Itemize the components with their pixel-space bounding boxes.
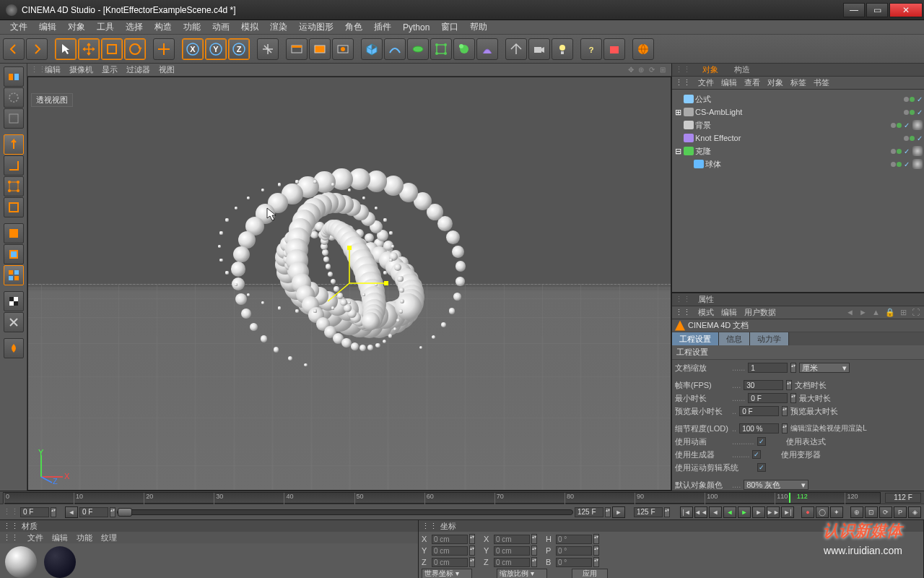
prev-key-button[interactable]: ◄◄ xyxy=(694,506,707,518)
menu-9[interactable]: 渲染 xyxy=(264,21,293,33)
y-axis-toggle[interactable]: Y xyxy=(205,38,227,60)
key-pos-button[interactable]: ⊕ xyxy=(850,506,863,518)
key-rot-button[interactable]: ⟳ xyxy=(879,506,892,518)
prev-frame-button[interactable]: ◄ xyxy=(709,506,722,518)
redo-button[interactable] xyxy=(26,38,48,60)
perspective-viewport[interactable]: 透视视图 X xyxy=(27,77,671,491)
menu-15[interactable]: 帮助 xyxy=(464,21,493,33)
goto-end-button[interactable]: ►| xyxy=(781,506,794,518)
edge-mode-button[interactable] xyxy=(4,197,24,217)
range-end-button[interactable]: ► xyxy=(612,506,625,518)
obj-menu-file[interactable]: 文件 xyxy=(698,77,714,88)
coord-system-button[interactable] xyxy=(257,38,279,60)
material-Glossy[interactable]: Glossy xyxy=(3,546,39,578)
point-mode-button[interactable] xyxy=(4,176,24,197)
mat-menu-edit[interactable]: 编辑 xyxy=(52,532,68,543)
range-end-a[interactable]: 125 F xyxy=(575,507,603,517)
select-tool[interactable] xyxy=(55,38,77,60)
play-back-button[interactable]: ◄ xyxy=(723,506,736,518)
key-param-button[interactable]: P xyxy=(894,506,907,518)
menu-7[interactable]: 动画 xyxy=(206,21,235,33)
range-start-button[interactable]: ◄ xyxy=(65,506,78,518)
move-tool[interactable] xyxy=(78,38,100,60)
menu-10[interactable]: 运动图形 xyxy=(293,21,339,33)
mintime-input[interactable]: 0 F xyxy=(748,393,788,403)
attr-tab-info[interactable]: 信息 xyxy=(719,332,750,345)
snap-button[interactable] xyxy=(4,312,24,332)
attr-tab-project[interactable]: 工程设置 xyxy=(672,332,719,345)
scene-button[interactable] xyxy=(453,38,475,60)
object-tree[interactable]: 公式✓⊞CS-AmbLight✓背景✓Knot Effector✓⊟克隆✓球体✓ xyxy=(672,90,924,292)
objects-tab[interactable]: 对象 xyxy=(698,64,723,76)
doc-scale-input[interactable]: 1 xyxy=(748,363,788,373)
menu-3[interactable]: 工具 xyxy=(91,21,120,33)
range-slider[interactable] xyxy=(117,509,573,515)
tree-row-2[interactable]: 背景✓ xyxy=(674,118,923,131)
env-button[interactable] xyxy=(505,38,527,60)
viewport-nav-icons[interactable]: ✥ ⊕ ⟳ ⊞ xyxy=(628,66,671,74)
maximize-button[interactable]: ▭ xyxy=(866,3,888,17)
menu-1[interactable]: 编辑 xyxy=(33,21,62,33)
attr-menu-mode[interactable]: 模式 xyxy=(698,307,714,318)
viewport-menu-filter[interactable]: 过滤器 xyxy=(126,64,150,75)
menu-0[interactable]: 文件 xyxy=(4,21,33,33)
tree-row-0[interactable]: 公式✓ xyxy=(674,92,923,105)
menu-14[interactable]: 窗口 xyxy=(435,21,464,33)
tree-row-4[interactable]: ⊟克隆✓ xyxy=(674,144,923,158)
obj-menu-bookmarks[interactable]: 书签 xyxy=(814,77,829,88)
tree-row-1[interactable]: ⊞CS-AmbLight✓ xyxy=(674,105,923,118)
menu-5[interactable]: 构造 xyxy=(149,21,178,33)
model-mode-button[interactable] xyxy=(4,87,24,108)
content-browser-button[interactable] xyxy=(632,38,654,60)
structure-tab[interactable]: 构造 xyxy=(730,64,754,76)
materials-body[interactable]: GlossyMat xyxy=(0,543,418,578)
scale-tool[interactable] xyxy=(101,38,123,60)
object-axis-button[interactable] xyxy=(4,134,24,155)
modeling-button[interactable] xyxy=(430,38,452,60)
menu-13[interactable]: Python xyxy=(397,22,435,33)
range-end-b[interactable]: 125 F xyxy=(634,507,663,517)
key-scale-button[interactable]: ⊡ xyxy=(865,506,878,518)
mat-menu-file[interactable]: 文件 xyxy=(27,532,43,543)
last-tool[interactable] xyxy=(153,38,175,60)
range-start-a[interactable]: 0 F xyxy=(20,507,49,517)
timeline-ruler[interactable]: 0102030405060708090100110120112 xyxy=(3,492,881,504)
record-button[interactable]: ● xyxy=(801,506,814,518)
attr-menu-userdata[interactable]: 用户数据 xyxy=(744,307,776,318)
fps-input[interactable]: 30 xyxy=(744,380,783,390)
obj-menu-tags[interactable]: 标签 xyxy=(790,77,806,88)
timeline[interactable]: 0102030405060708090100110120112 112 F xyxy=(0,491,924,504)
undo-button[interactable] xyxy=(3,38,25,60)
x-axis-toggle[interactable]: X xyxy=(182,38,204,60)
obj-menu-edit[interactable]: 编辑 xyxy=(721,77,737,88)
light-button[interactable] xyxy=(552,38,573,60)
viewport-menu-display[interactable]: 显示 xyxy=(102,64,118,75)
useanim-check[interactable]: ✓ xyxy=(757,437,766,446)
tweak-button[interactable] xyxy=(4,291,24,311)
tree-row-3[interactable]: Knot Effector✓ xyxy=(674,131,923,144)
z-axis-toggle[interactable]: Z xyxy=(228,38,250,60)
viewport-menu-edit[interactable]: 编辑 xyxy=(45,64,61,75)
menu-11[interactable]: 角色 xyxy=(339,21,368,33)
workplane-button[interactable] xyxy=(4,338,24,358)
timeline-playhead[interactable] xyxy=(789,493,790,503)
next-frame-button[interactable]: ► xyxy=(752,506,765,518)
rotate-tool[interactable] xyxy=(124,38,146,60)
mat-menu-func[interactable]: 功能 xyxy=(77,532,92,543)
menu-6[interactable]: 功能 xyxy=(178,21,206,33)
close-button[interactable]: ✕ xyxy=(889,3,923,17)
menu-2[interactable]: 对象 xyxy=(62,21,91,33)
render-view-button[interactable] xyxy=(286,38,308,60)
key-pla-button[interactable]: ◈ xyxy=(908,506,921,518)
defcolor-dropdown[interactable]: 80% 灰色▾ xyxy=(744,480,808,490)
make-editable-button[interactable] xyxy=(4,66,24,87)
attr-menu-edit[interactable]: 编辑 xyxy=(721,307,737,318)
mat-menu-tex[interactable]: 纹理 xyxy=(101,532,117,543)
play-button[interactable]: ► xyxy=(738,506,751,518)
menu-12[interactable]: 插件 xyxy=(368,21,397,33)
nurbs-button[interactable] xyxy=(407,38,429,60)
texture-mode-button[interactable] xyxy=(4,108,24,129)
key-options-button[interactable]: ✦ xyxy=(830,506,843,518)
range-start-b[interactable]: 0 F xyxy=(79,507,108,517)
minimize-button[interactable]: — xyxy=(843,3,865,17)
